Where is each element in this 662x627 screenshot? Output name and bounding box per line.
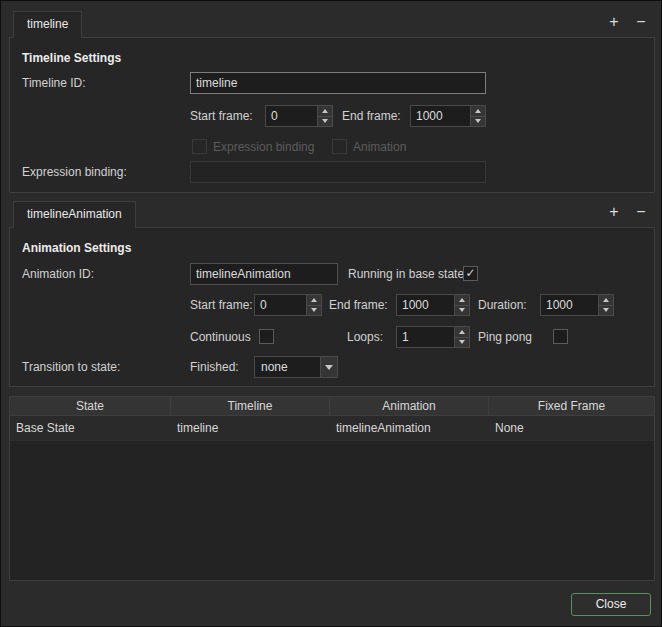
end-frame-label: End frame: — [342, 105, 401, 127]
spinner-buttons — [454, 327, 469, 347]
start-frame-label: Start frame: — [190, 105, 253, 127]
spinner-buttons — [454, 295, 469, 315]
timeline-id-label: Timeline ID: — [22, 72, 86, 94]
spin-down-icon[interactable] — [455, 338, 469, 348]
spin-up-icon[interactable] — [455, 295, 469, 306]
loops-spinbox[interactable]: 1 — [396, 326, 470, 348]
end-frame-value: 1000 — [411, 106, 470, 126]
tab-timeline-animation[interactable]: timelineAnimation — [13, 201, 136, 228]
timeline-id-input[interactable] — [190, 72, 486, 94]
close-button-label: Close — [596, 597, 627, 611]
tab-timeline[interactable]: timeline — [13, 11, 82, 38]
column-header-animation: Animation — [330, 397, 489, 415]
cell-animation: timelineAnimation — [330, 416, 489, 440]
start-frame-spinbox[interactable]: 0 — [265, 105, 333, 127]
continuous-checkbox[interactable] — [259, 329, 274, 344]
anim-end-frame-value: 1000 — [397, 295, 454, 315]
tab-timeline-animation-label: timelineAnimation — [27, 207, 122, 221]
spin-up-icon[interactable] — [307, 295, 321, 306]
spin-down-icon[interactable] — [471, 117, 485, 127]
animation-checkbox — [332, 139, 347, 154]
table-header-row: State Timeline Animation Fixed Frame — [10, 397, 654, 416]
timeline-settings-dialog: timeline + − Timeline Settings Timeline … — [0, 0, 662, 627]
animation-checkbox-label: Animation — [353, 136, 406, 158]
column-header-state: State — [10, 397, 171, 415]
cell-state: Base State — [10, 416, 171, 440]
duration-value: 1000 — [541, 295, 598, 315]
chevron-down-icon — [320, 357, 337, 377]
duration-label: Duration: — [478, 294, 527, 316]
finished-select[interactable]: none — [254, 356, 338, 378]
anim-end-frame-label: End frame: — [329, 294, 388, 316]
expression-binding-label: Expression binding: — [22, 161, 127, 183]
anim-start-frame-value: 0 — [255, 295, 306, 315]
animation-settings-panel: Animation Settings Animation ID: Running… — [9, 227, 655, 387]
add-animation-button[interactable]: + — [604, 203, 624, 223]
cell-fixed-frame: None — [489, 416, 654, 440]
expression-binding-checkbox-label: Expression binding — [213, 136, 314, 158]
anim-end-frame-spinbox[interactable]: 1000 — [396, 294, 470, 316]
animation-id-input[interactable] — [190, 263, 338, 285]
add-timeline-button[interactable]: + — [604, 13, 624, 33]
animation-id-label: Animation ID: — [22, 263, 94, 285]
plus-icon: + — [609, 203, 618, 220]
table-row[interactable]: Base State timeline timelineAnimation No… — [10, 416, 654, 441]
spin-up-icon[interactable] — [318, 106, 332, 117]
loops-value: 1 — [397, 327, 454, 347]
spinner-buttons — [317, 106, 332, 126]
end-frame-spinbox[interactable]: 1000 — [410, 105, 486, 127]
ping-pong-checkbox[interactable] — [553, 329, 568, 344]
timeline-settings-title: Timeline Settings — [22, 51, 121, 65]
timeline-settings-panel: Timeline Settings Timeline ID: Start fra… — [9, 37, 655, 193]
start-frame-value: 0 — [266, 106, 317, 126]
running-in-base-state-label: Running in base state — [348, 263, 464, 285]
states-table: State Timeline Animation Fixed Frame Bas… — [9, 396, 655, 581]
anim-start-frame-label: Start frame: — [190, 294, 253, 316]
spin-down-icon[interactable] — [307, 306, 321, 316]
continuous-label: Continuous — [190, 326, 251, 348]
column-header-fixed-frame: Fixed Frame — [489, 397, 654, 415]
running-in-base-state-checkbox[interactable]: ✓ — [463, 266, 478, 281]
minus-icon: − — [636, 13, 645, 30]
spin-up-icon[interactable] — [471, 106, 485, 117]
close-button[interactable]: Close — [571, 593, 651, 616]
spin-down-icon[interactable] — [455, 306, 469, 316]
expression-binding-input — [190, 161, 486, 183]
finished-value: none — [255, 357, 320, 377]
spinner-buttons — [598, 295, 613, 315]
remove-timeline-button[interactable]: − — [631, 13, 651, 33]
transition-to-state-label: Transition to state: — [22, 356, 120, 378]
plus-icon: + — [609, 13, 618, 30]
cell-timeline: timeline — [171, 416, 330, 440]
anim-start-frame-spinbox[interactable]: 0 — [254, 294, 322, 316]
spin-down-icon[interactable] — [599, 306, 613, 316]
remove-animation-button[interactable]: − — [631, 203, 651, 223]
loops-label: Loops: — [347, 326, 383, 348]
spin-up-icon[interactable] — [455, 327, 469, 338]
duration-spinbox[interactable]: 1000 — [540, 294, 614, 316]
tab-timeline-label: timeline — [27, 17, 68, 31]
spin-up-icon[interactable] — [599, 295, 613, 306]
minus-icon: − — [636, 203, 645, 220]
spinner-buttons — [306, 295, 321, 315]
animation-settings-title: Animation Settings — [22, 241, 131, 255]
ping-pong-label: Ping pong — [478, 326, 532, 348]
expression-binding-checkbox — [192, 139, 207, 154]
spin-down-icon[interactable] — [318, 117, 332, 127]
spinner-buttons — [470, 106, 485, 126]
check-icon: ✓ — [465, 266, 475, 280]
column-header-timeline: Timeline — [171, 397, 330, 415]
finished-label: Finished: — [190, 356, 239, 378]
